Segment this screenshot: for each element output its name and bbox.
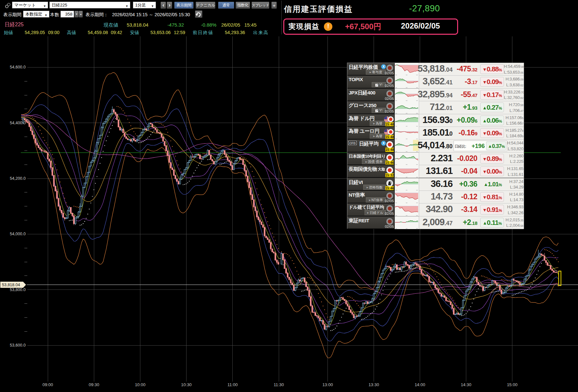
svg-text:09:30: 09:30	[89, 382, 99, 387]
svg-text:53,800.0: 53,800.0	[10, 288, 26, 292]
svg-text:11:30: 11:30	[274, 382, 284, 387]
svg-text:54,600.0: 54,600.0	[10, 65, 26, 69]
svg-text:10:30: 10:30	[181, 382, 192, 387]
svg-text:13:00: 13:00	[322, 382, 333, 387]
svg-text:11:00: 11:00	[227, 382, 238, 387]
svg-text:53,600.0: 53,600.0	[10, 343, 26, 348]
svg-text:53,818.04: 53,818.04	[2, 283, 20, 287]
svg-text:13:30: 13:30	[368, 382, 379, 387]
svg-text:14:30: 14:30	[461, 382, 471, 387]
svg-text:14:00: 14:00	[415, 382, 425, 387]
svg-text:54,000.0: 54,000.0	[10, 232, 26, 236]
svg-text:54,200.0: 54,200.0	[10, 176, 26, 181]
svg-text:15:00: 15:00	[507, 382, 518, 387]
svg-text:09:00: 09:00	[43, 382, 53, 387]
svg-text:10:00: 10:00	[135, 382, 146, 387]
